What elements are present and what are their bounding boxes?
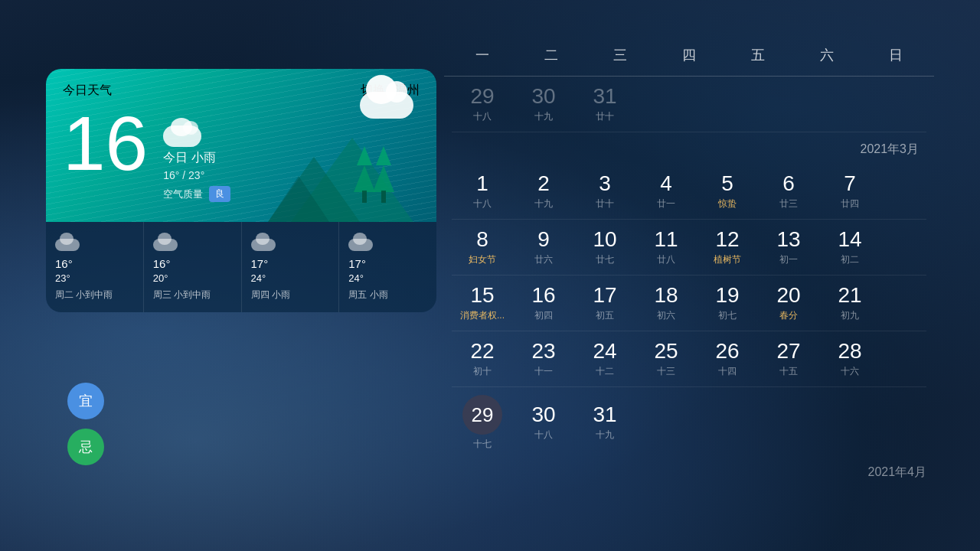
calendar-day-number: 30 [531,404,555,425]
calendar-cell[interactable]: 4 廿一 [635,164,697,219]
calendar-lunar-text: 植树节 [714,253,741,266]
calendar-cell[interactable]: 2 十九 [513,164,574,219]
calendar-week: 29 十七 30 十八 31 十九 [452,387,926,458]
calendar-week: 22 初十 23 十一 24 十二 25 十三 26 十四 27 十五 [452,331,926,387]
calendar-cell[interactable]: 16 初四 [513,276,574,331]
calendar-cell[interactable]: 30 十八 [513,387,574,458]
calendar-cell[interactable]: 10 廿七 [574,220,635,275]
calendar-day-number: 15 [470,285,494,306]
calendar-day-number: 24 [593,341,616,362]
calendar-cell[interactable]: 28 十六 [819,331,880,386]
calendar-cell[interactable] [697,77,758,132]
calendar-cell[interactable]: 31 廿十 [574,77,635,132]
air-quality-label: 空气质量 [163,187,203,201]
calendar-cell[interactable]: 3 廿十 [574,164,635,219]
forecast-item: 17°24° 周五 小雨 [339,222,436,312]
temperature-range: 16° / 23° [163,169,230,181]
forecast-cloud-icon [153,233,181,251]
forecast-item: 17°24° 周四 小雨 [242,222,340,312]
calendar-cell[interactable] [758,77,819,132]
calendar-cell[interactable]: 23 十一 [513,331,574,386]
calendar-cell[interactable]: 17 初五 [574,276,635,331]
app-icon[interactable]: 宜 [67,383,104,419]
weather-widget: 今日天气 切换 温州 16 今日 小雨 16° / 23° 空气质量 良 [46,69,436,312]
calendar-lunar-text: 十四 [718,365,737,378]
calendar-cell[interactable]: 12 植树节 [697,220,758,275]
calendar-cell[interactable]: 29 十七 [452,387,513,458]
calendar-lunar-text: 初六 [657,309,675,322]
calendar-cell[interactable]: 21 初九 [819,276,880,331]
calendar-cell[interactable]: 18 初六 [635,276,697,331]
calendar-cell[interactable]: 26 十四 [697,331,758,386]
calendar-day-number: 3 [599,173,611,194]
calendar-lunar-text: 十二 [596,365,614,378]
calendar-cell[interactable]: 5 惊蛰 [697,164,758,219]
calendar-lunar-text: 廿六 [534,253,553,266]
calendar-day-number: 21 [838,285,861,306]
calendar-cell[interactable] [819,387,880,458]
weather-description: 今日 小雨 [163,150,230,166]
calendar-cell[interactable]: 22 初十 [452,331,513,386]
calendar-day-number: 19 [715,285,739,306]
forecast-item: 16°23° 周二 小到中雨 [46,222,144,312]
calendar-lunar-text: 十八 [473,197,492,210]
calendar-day-number: 8 [476,229,488,250]
calendar-day-number: 16 [531,285,555,306]
calendar-cell[interactable] [758,387,819,458]
calendar-cell[interactable]: 24 十二 [574,331,635,386]
calendar-lunar-text: 消费者权... [460,309,505,322]
calendar-cell[interactable]: 20 春分 [758,276,819,331]
calendar-cell[interactable]: 25 十三 [635,331,697,386]
calendar-lunar-text: 初二 [841,253,859,266]
forecast-cloud-icon [251,233,279,251]
calendar-month-next: 2021年4月 [444,458,934,481]
calendar-day-number: 5 [721,173,733,194]
calendar-cell[interactable] [635,77,697,132]
calendar-cell[interactable]: 1 十八 [452,164,513,219]
calendar-lunar-text: 十三 [657,365,675,378]
calendar-cell[interactable]: 19 初七 [697,276,758,331]
calendar-cell[interactable]: 7 廿四 [819,164,880,219]
calendar-cell[interactable] [819,77,880,132]
calendar-day-number: 20 [776,285,800,306]
calendar-lunar-text: 十五 [779,365,798,378]
calendar-cell[interactable]: 6 廿三 [758,164,819,219]
weather-condition-icon [163,120,205,147]
calendar-cell[interactable]: 15 消费者权... [452,276,513,331]
calendar-cell[interactable]: 14 初二 [819,220,880,275]
calendar-cell[interactable]: 8 妇女节 [452,220,513,275]
forecast-temps: 16°20° [153,256,171,285]
calendar-cell[interactable]: 27 十五 [758,331,819,386]
weather-info: 今日 小雨 16° / 23° 空气质量 良 [163,120,230,202]
calendar-day-number: 31 [593,86,616,107]
calendar-day-number: 26 [715,341,739,362]
forecast-temps: 17°24° [348,256,366,285]
calendar-cell[interactable]: 31 十九 [574,387,635,458]
forecast-cloud-icon [55,233,83,251]
calendar-cell[interactable]: 30 十九 [513,77,574,132]
weather-main-panel: 今日天气 切换 温州 16 今日 小雨 16° / 23° 空气质量 良 [46,69,436,222]
calendar-lunar-text: 十九 [534,110,553,123]
calendar-cell[interactable]: 13 初一 [758,220,819,275]
air-quality-row: 空气质量 良 [163,186,230,202]
calendar-cell[interactable] [697,387,758,458]
forecast-cloud-icon [348,233,376,251]
calendar-lunar-text: 十八 [473,110,492,123]
calendar-day-number: 28 [838,341,861,362]
calendar-week: 8 妇女节 9 廿六 10 廿七 11 廿八 12 植树节 13 初一 [452,220,926,276]
calendar-day-number: 13 [776,229,800,250]
calendar-cell[interactable]: 11 廿八 [635,220,697,275]
calendar-cell[interactable]: 9 廿六 [513,220,574,275]
calendar-day-number: 12 [715,229,739,250]
calendar-lunar-text: 廿十 [596,197,614,210]
calendar-lunar-text: 廿十 [596,110,614,123]
calendar-cell[interactable]: 29 十八 [452,77,513,132]
calendar-lunar-text: 初九 [841,309,859,322]
calendar-day-number: 11 [654,229,678,250]
calendar-cell[interactable] [635,387,697,458]
app-icon[interactable]: 忌 [67,429,104,465]
calendar-lunar-text: 初四 [534,309,553,322]
calendar-lunar-text: 廿四 [841,197,859,210]
calendar-day-number: 10 [593,229,616,250]
calendar-panel: 一二三四五六日 29 十八 30 十九 31 廿十 2021年3月 1 十八 2… [444,46,934,481]
